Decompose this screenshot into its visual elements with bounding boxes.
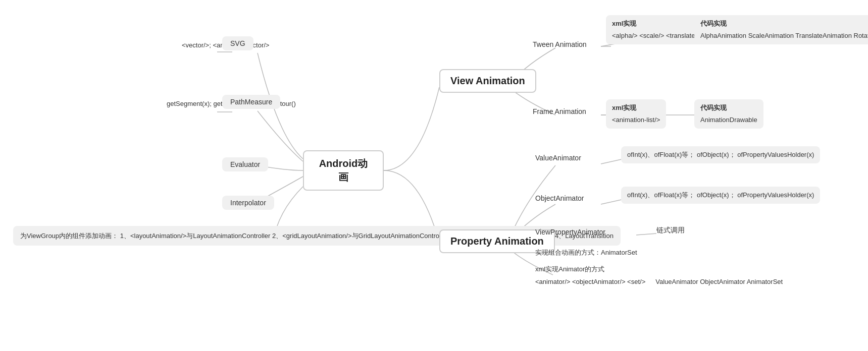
animator-set-text: 实现组合动画的方式：AnimatorSet [535, 247, 637, 258]
view-animation-node: View Animation [439, 69, 536, 93]
svg-line-9 [636, 233, 656, 235]
tween-code-block: 代码实现 AlphaAnimation ScaleAnimation Trans… [694, 15, 868, 44]
evaluator-box: Evaluator [222, 157, 268, 171]
svg-line-8 [601, 199, 624, 204]
svg-line-7 [601, 159, 624, 164]
object-animator-label: ObjectAnimator [535, 194, 584, 202]
mind-map: Android动画 <vector/>; <animated-vector/> … [0, 0, 868, 351]
center-node: Android动画 [303, 150, 384, 191]
tween-animation-label: Tween Animation [533, 40, 587, 48]
xml-animator-block: xml实现Animator的方式 <animator/> <objectAnim… [535, 265, 783, 287]
view-property-animator-label: ViewPropertyAnimator [535, 228, 605, 236]
pathmeasure-box: PathMeasure [222, 95, 280, 109]
connections-svg [0, 0, 868, 351]
interpolator-box: Interpolator [222, 196, 274, 210]
frame-animation-label: Frame Animation [533, 107, 586, 115]
value-animator-label: ValueAnimator [535, 154, 581, 162]
value-animator-detail: ofInt(x)、ofFloat(x)等； ofObject(x)； ofPro… [621, 146, 820, 163]
view-property-animator-detail: 链式调用 [656, 226, 685, 235]
frame-xml-block: xml实现 <animation-list/> [606, 99, 666, 129]
svg-box: SVG [222, 36, 253, 50]
object-animator-detail: ofInt(x)、ofFloat(x)等； ofObject(x)； ofPro… [621, 187, 820, 204]
frame-code-block: 代码实现 AnimationDrawable [694, 99, 763, 129]
